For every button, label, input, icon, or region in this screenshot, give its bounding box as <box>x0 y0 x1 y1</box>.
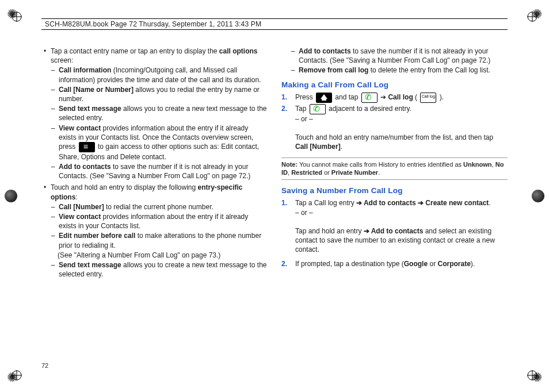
section-heading: Making a Call From Call Log <box>281 80 508 90</box>
page-number: 72 <box>41 362 48 369</box>
dash-icon: – <box>289 66 296 75</box>
step-row: 1. Tap a Call log entry ➔ Add to contact… <box>281 198 508 254</box>
bullet-icon: • <box>41 47 48 65</box>
call-log-icon <box>420 93 436 103</box>
text-bold: Add to contacts <box>364 199 416 207</box>
text: Touch and hold an entry to display the f… <box>51 183 198 191</box>
text-bold: Call information <box>59 66 111 74</box>
registration-dot-icon <box>5 190 17 202</box>
list-item: View contact provides information about … <box>59 212 268 230</box>
text-bold: Restricted <box>291 169 322 176</box>
list-item: Call [Name or Number] allows you to redi… <box>59 85 268 103</box>
step-number: 2. <box>281 104 291 152</box>
step-row: 2. Tap adjacent to a desired entry. – or… <box>281 104 508 152</box>
text: Tap a Call log entry <box>295 199 356 207</box>
bullet-icon: • <box>41 183 48 201</box>
dash-icon: – <box>49 104 56 122</box>
step-number: 2. <box>281 259 291 268</box>
text: ). <box>471 260 475 268</box>
dash-icon: – <box>49 85 56 103</box>
text-bold: Call log <box>388 93 413 101</box>
dash-icon: – <box>49 162 56 180</box>
phone-icon <box>310 104 326 114</box>
list-item: View contact provides information about … <box>59 124 268 162</box>
text: . <box>378 169 380 176</box>
list-item: Send text message allows you to create a… <box>59 104 268 122</box>
menu-icon <box>79 142 95 152</box>
text: screen: <box>51 56 73 64</box>
text: Press <box>295 93 315 101</box>
text: If prompted, tap a destination type ( <box>295 260 404 268</box>
step-row: 2. If prompted, tap a destination type (… <box>281 259 508 268</box>
text: to delete the entry from the Call log li… <box>368 66 490 74</box>
text: . <box>489 199 490 207</box>
text-bold: Call [Number] <box>59 203 104 211</box>
note-label: Note: <box>281 161 298 168</box>
phone-icon <box>361 93 378 103</box>
arrow-icon: ➔ <box>379 93 388 101</box>
list-item: Send text message allows you to create a… <box>59 260 268 279</box>
text-bold: Create new contact <box>425 199 489 207</box>
text: Tap <box>295 105 308 113</box>
registration-dot-icon <box>532 190 544 202</box>
crop-mark-icon <box>527 11 537 22</box>
reference-text: (See "Altering a Number From Call Log" o… <box>58 251 268 260</box>
dash-icon: – <box>49 66 56 84</box>
text: ). <box>437 93 444 101</box>
list-item: Call [Number] to redial the current phon… <box>59 202 268 212</box>
crop-mark-icon <box>527 370 537 381</box>
text-bold: Send text message <box>59 261 121 269</box>
text-bold: Add to contacts <box>371 227 424 235</box>
list-item: Add to contacts to save the number if it… <box>299 47 508 65</box>
step-number: 1. <box>281 93 291 103</box>
list-item: Remove from call log to delete the entry… <box>299 66 508 75</box>
dash-icon: – <box>49 260 56 279</box>
list-item: Call information (Incoming/Outgoing call… <box>59 66 268 84</box>
arrow-icon: ➔ <box>356 199 364 207</box>
list-item: Edit number before call to make alterati… <box>59 231 268 249</box>
dash-icon: – <box>289 47 296 65</box>
text-bold: View contact <box>59 213 101 221</box>
section-heading: Saving a Number From Call Log <box>281 186 508 196</box>
text: Tap a contact entry name or tap an entry… <box>51 47 219 55</box>
dash-icon: – <box>49 202 56 212</box>
step-text: Tap adjacent to a desired entry. – or – … <box>295 104 508 152</box>
step-number: 1. <box>281 198 291 254</box>
text-bold: Send text message <box>59 105 121 113</box>
text-bold: Add to contacts <box>59 163 111 171</box>
crop-mark-icon <box>12 11 22 22</box>
arrow-icon: ➔ <box>416 199 426 207</box>
right-column: –Add to contacts to save the number if i… <box>281 46 508 358</box>
text-bold: Call [Name or Number] <box>59 86 134 94</box>
or-separator: – or – <box>295 209 313 217</box>
note-block: Note: You cannot make calls from History… <box>281 157 508 180</box>
text: ( <box>413 93 420 101</box>
text-bold: Add to contacts <box>299 47 351 55</box>
paragraph: Touch and hold an entry to display the f… <box>51 183 268 201</box>
text-bold: Edit number before call <box>59 232 135 240</box>
list-item: Add to contacts to save the number if it… <box>59 162 268 180</box>
text: or <box>322 169 331 176</box>
paragraph: Tap a contact entry name or tap an entry… <box>51 47 268 65</box>
text-bold: Corporate <box>437 260 470 268</box>
text-bold: Unknown <box>463 161 492 168</box>
dash-icon: – <box>49 212 56 230</box>
or-separator: – or – <box>295 115 313 123</box>
content-columns: • Tap a contact entry name or tap an ent… <box>41 46 508 358</box>
crop-mark-icon <box>12 370 22 381</box>
text-bold: View contact <box>59 124 101 132</box>
text: adjacent to a desired entry. <box>327 105 411 113</box>
left-column: • Tap a contact entry name or tap an ent… <box>41 46 268 358</box>
dash-icon: – <box>49 124 56 162</box>
step-text: Tap a Call log entry ➔ Add to contacts ➔… <box>295 198 508 254</box>
page-header: SCH-M828UM.book Page 72 Thursday, Septem… <box>41 18 508 30</box>
text: Tap and hold an entry <box>295 227 364 235</box>
text-bold: Private Number <box>331 169 378 176</box>
text-bold: Call [Number] <box>295 143 341 151</box>
text-bold: Google <box>404 260 428 268</box>
text: to redial the current phone number. <box>104 203 214 211</box>
text: or <box>428 260 437 268</box>
text: : <box>75 193 77 201</box>
document-page: ✺ ✺ ✺ ✺ SCH-M828UM.book Page 72 Thursday… <box>0 0 549 392</box>
text: You cannot make calls from History to en… <box>298 161 463 168</box>
